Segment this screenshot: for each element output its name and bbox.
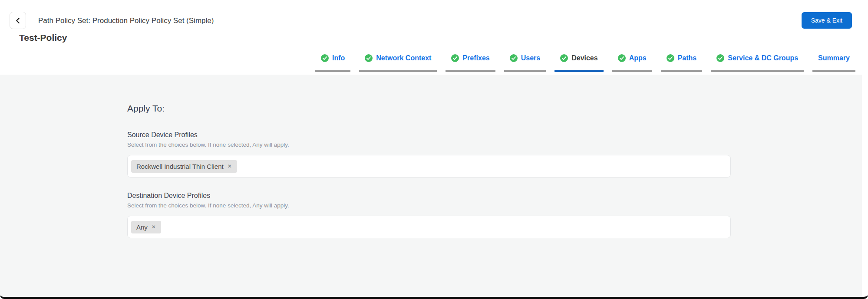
destination-device-profiles-helper: Select from the choices below. If none s…: [127, 202, 862, 209]
tab-paths[interactable]: Paths: [661, 51, 703, 72]
tab-underline: [661, 70, 703, 72]
tab-label: Info: [332, 54, 345, 62]
chip-label: Rockwell Industrial Thin Client: [136, 163, 224, 170]
page-title: Path Policy Set: Production Policy Polic…: [38, 16, 214, 25]
tab-label: Devices: [571, 54, 598, 62]
apply-to-heading: Apply To:: [127, 103, 862, 114]
selected-chip: Rockwell Industrial Thin Client ✕: [131, 160, 237, 173]
chevron-left-icon: [15, 17, 21, 24]
policy-name: Test-Policy: [19, 33, 67, 43]
check-circle-icon: [510, 54, 518, 62]
tab-label: Users: [521, 54, 540, 62]
tab-apps[interactable]: Apps: [612, 51, 652, 72]
source-device-profiles-input[interactable]: Rockwell Industrial Thin Client ✕: [127, 155, 731, 177]
check-circle-icon: [560, 54, 568, 62]
source-device-profiles-helper: Select from the choices below. If none s…: [127, 141, 862, 148]
tab-underline: [446, 70, 495, 72]
tab-underline: [315, 70, 350, 72]
tab-network-context[interactable]: Network Context: [359, 51, 437, 72]
tab-underline: [554, 70, 604, 72]
destination-device-profiles-input[interactable]: Any ✕: [127, 216, 731, 238]
check-circle-icon: [618, 54, 626, 62]
tab-summary[interactable]: Summary: [812, 51, 855, 72]
back-button[interactable]: [10, 12, 26, 29]
header: Path Policy Set: Production Policy Polic…: [0, 0, 868, 75]
source-device-profiles-section: Source Device Profiles Select from the c…: [127, 131, 862, 177]
tab-devices[interactable]: Devices: [554, 51, 604, 72]
tab-info[interactable]: Info: [315, 51, 350, 72]
tab-users[interactable]: Users: [504, 51, 546, 72]
tab-prefixes[interactable]: Prefixes: [446, 51, 495, 72]
tab-label: Prefixes: [462, 54, 489, 62]
tab-label: Service & DC Groups: [728, 54, 798, 62]
tab-underline: [504, 70, 546, 72]
check-circle-icon: [321, 54, 329, 62]
destination-device-profiles-label: Destination Device Profiles: [127, 192, 862, 200]
source-device-profiles-label: Source Device Profiles: [127, 131, 862, 139]
tab-label: Paths: [678, 54, 697, 62]
destination-device-profiles-section: Destination Device Profiles Select from …: [127, 192, 862, 238]
tab-underline: [612, 70, 652, 72]
tab-underline: [359, 70, 437, 72]
tab-label: Summary: [818, 54, 850, 62]
devices-tab-panel: Apply To: Source Device Profiles Select …: [0, 75, 862, 297]
policy-editor-window: Path Policy Set: Production Policy Polic…: [0, 0, 868, 299]
check-circle-icon: [667, 54, 674, 62]
tab-label: Apps: [629, 54, 647, 62]
check-circle-icon: [451, 54, 459, 62]
tab-underline: [711, 70, 804, 72]
chip-remove-icon[interactable]: ✕: [152, 224, 156, 230]
tab-bar: Info Network Context Prefi: [315, 51, 855, 72]
tab-service-dc-groups[interactable]: Service & DC Groups: [711, 51, 804, 72]
selected-chip: Any ✕: [131, 221, 161, 233]
save-and-exit-button[interactable]: Save & Exit: [802, 12, 852, 29]
tab-underline: [812, 70, 855, 72]
chip-remove-icon[interactable]: ✕: [228, 164, 232, 169]
check-circle-icon: [716, 54, 724, 62]
check-circle-icon: [365, 54, 373, 62]
tab-label: Network Context: [376, 54, 431, 62]
chip-label: Any: [136, 223, 148, 231]
